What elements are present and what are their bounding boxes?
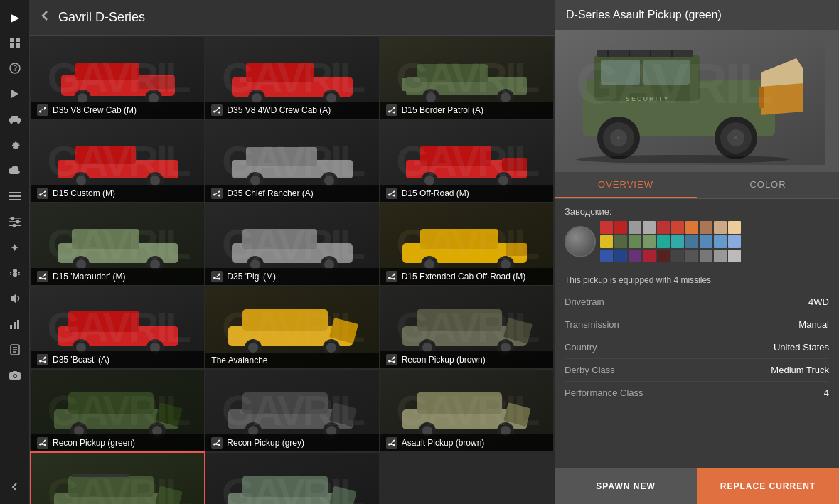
cloud-icon[interactable] xyxy=(4,159,26,182)
script-icon[interactable] xyxy=(4,338,26,361)
svg-line-146 xyxy=(41,358,45,361)
vehicle-card[interactable]: GAVRIL Recon Pickup (grey) xyxy=(205,370,378,451)
vehicle-card[interactable]: GAVRIL The Avalanche xyxy=(205,286,378,368)
arrow-right-icon[interactable]: ▶ xyxy=(4,6,26,28)
svg-rect-43 xyxy=(139,76,175,89)
swatch[interactable] xyxy=(671,235,684,248)
swatch[interactable] xyxy=(728,221,741,234)
play-icon[interactable] xyxy=(4,82,26,105)
settings2-icon[interactable]: ✦ xyxy=(4,236,26,259)
swatch[interactable] xyxy=(714,221,727,234)
bug-icon[interactable] xyxy=(4,262,26,284)
grid-icon[interactable] xyxy=(4,31,26,54)
spec-key: Drivetrain xyxy=(565,296,604,307)
swatch[interactable] xyxy=(614,250,627,262)
vehicle-card[interactable]: GAVRIL Asault Pickup (grey) xyxy=(205,453,378,504)
share-icon[interactable] xyxy=(386,437,397,449)
swatch[interactable] xyxy=(728,235,741,248)
vehicle-card[interactable]: GAVRIL D35 'Beast' (A) xyxy=(31,286,204,368)
svg-text:?: ? xyxy=(13,65,17,73)
question-icon[interactable]: ? xyxy=(4,57,26,80)
swatch[interactable] xyxy=(714,250,727,262)
back-button[interactable] xyxy=(38,9,51,26)
sound-icon[interactable] xyxy=(4,287,26,310)
color-row-2 xyxy=(600,235,741,248)
swatch[interactable] xyxy=(600,235,613,248)
vehicle-card-label: Recon Pickup (grey) xyxy=(205,434,378,451)
specs-table: Drivetrain 4WD Transmission Manual Count… xyxy=(555,291,839,468)
vehicle-card[interactable]: GAVRIL D15 Extended Cab Off-Road (M) xyxy=(380,203,553,285)
vehicle-card-label: D15 Custom (M) xyxy=(31,185,204,202)
swatch[interactable] xyxy=(728,250,741,262)
swatch[interactable] xyxy=(600,250,613,262)
share-icon[interactable] xyxy=(37,104,48,116)
spawn-new-button[interactable]: SPAWN NEW xyxy=(555,468,697,504)
swatch[interactable] xyxy=(657,235,670,248)
share-icon[interactable] xyxy=(386,354,397,365)
vehicle-card[interactable]: GAVRIL D35 V8 Crew Cab (M) xyxy=(31,37,204,119)
svg-point-84 xyxy=(250,176,260,186)
vehicle-card[interactable]: GAVRIL D35 Chief Rancher (A) xyxy=(205,120,378,202)
svg-rect-13 xyxy=(9,199,21,200)
swatch[interactable] xyxy=(671,250,684,262)
swatch[interactable] xyxy=(643,221,656,234)
swatch[interactable] xyxy=(643,250,656,262)
vehicle-card[interactable]: GAVRIL D15 'Marauder' (M) xyxy=(31,203,204,285)
swatch[interactable] xyxy=(629,250,641,262)
swatch[interactable] xyxy=(700,221,712,234)
swatch[interactable] xyxy=(629,235,641,248)
swatch[interactable] xyxy=(714,235,727,248)
share-icon[interactable] xyxy=(211,104,223,116)
svg-line-79 xyxy=(41,195,45,195)
share-icon[interactable] xyxy=(211,188,223,199)
swatch[interactable] xyxy=(700,250,712,262)
vehicle-card[interactable]: GAVRIL D15 Off-Road (M) xyxy=(380,120,553,202)
sliders-icon[interactable] xyxy=(4,210,26,233)
vehicle-card[interactable]: GAVRIL D35 'Pig' (M) xyxy=(205,203,378,285)
share-icon[interactable] xyxy=(386,188,397,199)
vehicle-card[interactable]: GAVRIL D15 Border Patrol (A) xyxy=(380,37,553,119)
swatch[interactable] xyxy=(700,235,712,248)
share-icon[interactable] xyxy=(211,271,223,282)
svg-line-89 xyxy=(215,192,219,195)
vehicle-card[interactable]: GAVRIL D35 V8 4WD Crew Cab (A) xyxy=(205,37,378,119)
swatch[interactable] xyxy=(671,221,684,234)
svg-rect-8 xyxy=(11,116,18,119)
svg-line-56 xyxy=(215,112,219,112)
swatch[interactable] xyxy=(614,221,627,234)
back-icon[interactable] xyxy=(4,476,26,498)
share-icon[interactable] xyxy=(386,104,397,116)
vehicle-card[interactable]: GAVRIL Asault Pickup (brown) xyxy=(380,370,553,451)
gear-icon[interactable] xyxy=(4,134,26,156)
swatch[interactable] xyxy=(685,250,698,262)
swatch[interactable] xyxy=(600,221,613,234)
vehicle-card-selected[interactable]: GAVRIL Asault Pickup (green) xyxy=(31,453,204,504)
tab-color[interactable]: COLOR xyxy=(697,172,839,198)
tab-overview[interactable]: OVERVIEW xyxy=(555,172,697,198)
list-icon[interactable] xyxy=(4,185,26,208)
camera-icon[interactable] xyxy=(4,364,26,387)
share-icon[interactable] xyxy=(37,437,48,449)
swatch[interactable] xyxy=(657,221,670,234)
swatch[interactable] xyxy=(685,235,698,248)
swatch[interactable] xyxy=(614,235,627,248)
spec-val: 4 xyxy=(824,387,829,398)
share-icon[interactable] xyxy=(386,271,397,282)
svg-rect-92 xyxy=(420,146,491,166)
vehicle-card[interactable]: GAVRIL Recon Pickup (green) xyxy=(31,370,204,451)
swatch[interactable] xyxy=(657,250,670,262)
swatch[interactable] xyxy=(685,221,698,234)
share-icon[interactable] xyxy=(37,354,48,365)
swatch[interactable] xyxy=(629,221,641,234)
swatch[interactable] xyxy=(643,235,656,248)
chart-icon[interactable] xyxy=(4,313,26,336)
color-preview-circle[interactable] xyxy=(565,226,596,257)
car-icon[interactable] xyxy=(4,108,26,131)
replace-current-button[interactable]: REPLACE CURRENT xyxy=(697,468,839,504)
vehicle-card[interactable]: GAVRIL Recon Pickup (brown) xyxy=(380,286,553,368)
spec-row-drivetrain: Drivetrain 4WD xyxy=(565,291,829,313)
share-icon[interactable] xyxy=(37,188,48,199)
share-icon[interactable] xyxy=(37,271,48,282)
vehicle-card[interactable]: GAVRIL D15 Custom (M) xyxy=(31,120,204,202)
share-icon[interactable] xyxy=(211,437,223,449)
